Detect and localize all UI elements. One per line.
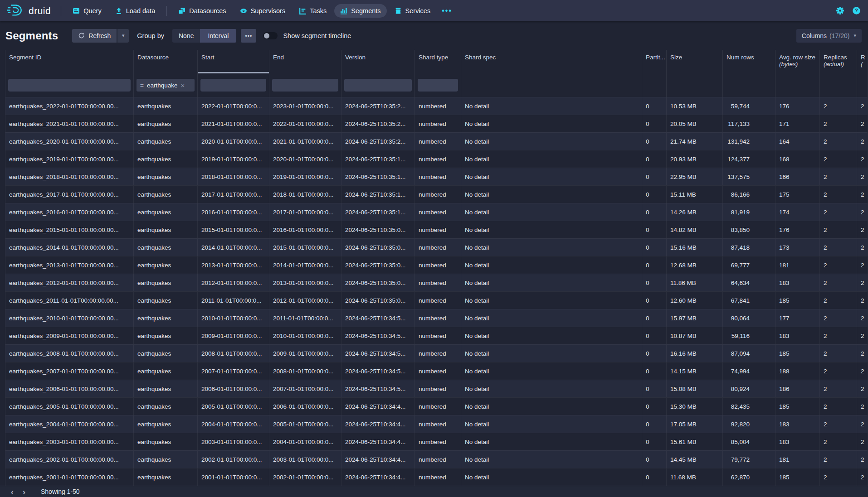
cell-start: 2012-01-01T00:00:0... — [198, 274, 269, 291]
column-label: Segment ID — [9, 54, 130, 61]
cell-start: 2007-01-01T00:00:0... — [198, 362, 269, 380]
cell-avg_row_size: 168 — [775, 150, 820, 168]
column-header-replication_factor[interactable]: R( — [857, 50, 868, 76]
group-by-none-button[interactable]: None — [172, 29, 200, 43]
cell-start: 2016-01-01T00:00:0... — [198, 203, 269, 221]
cell-version: 2024-06-25T10:34:4... — [341, 433, 415, 450]
cell-datasource: earthquakes — [134, 451, 198, 468]
filter-input-version[interactable] — [344, 79, 412, 92]
column-header-replicas[interactable]: Replicas(actual) — [820, 50, 857, 76]
cell-replication_factor: 2 — [857, 97, 868, 115]
cell-partition: 0 — [642, 274, 667, 291]
cell-start: 2022-01-01T00:00:0... — [198, 97, 269, 115]
cell-datasource: earthquakes — [134, 203, 198, 221]
column-header-datasource[interactable]: Datasource — [134, 50, 198, 76]
filter-cell-start — [198, 76, 269, 97]
nav-item-datasources[interactable]: Datasources — [172, 4, 232, 18]
druid-logo[interactable]: druid — [5, 3, 56, 19]
cell-size: 21.74 MB — [667, 133, 723, 150]
cell-segment_id: earthquakes_2006-01-01T00:00:00.00... — [5, 380, 134, 397]
cell-datasource: earthquakes — [134, 115, 198, 132]
cell-segment_id: earthquakes_2018-01-01T00:00:00.00... — [5, 168, 134, 185]
help-icon[interactable]: ? — [852, 6, 861, 15]
cell-shard_type: numbered — [415, 97, 461, 115]
cell-version: 2024-06-25T10:35:2... — [341, 133, 415, 150]
column-header-shard_spec[interactable]: Shard spec — [461, 50, 642, 76]
column-label: Partit... — [646, 54, 663, 61]
cell-segment_id: earthquakes_2014-01-01T00:00:00.00... — [5, 239, 134, 256]
nav-item-tasks[interactable]: Tasks — [293, 4, 332, 18]
cell-start: 2019-01-01T00:00:0... — [198, 150, 269, 168]
column-header-segment_id[interactable]: Segment ID — [5, 50, 134, 76]
cell-partition: 0 — [642, 203, 667, 221]
column-header-size[interactable]: Size — [667, 50, 723, 76]
cell-start: 2018-01-01T00:00:0... — [198, 168, 269, 185]
column-header-avg_row_size[interactable]: Avg. row size(bytes) — [775, 50, 820, 76]
segment-timeline-toggle[interactable] — [263, 32, 278, 39]
cell-version: 2024-06-25T10:34:5... — [341, 362, 415, 380]
view-header: Segments Refresh ▾ Group by None Interva… — [0, 21, 868, 50]
segment-timeline-label: Show segment timeline — [283, 32, 351, 39]
prev-page-button[interactable]: ‹ — [6, 487, 18, 496]
cell-shard_spec: No detail — [461, 451, 642, 468]
filter-cell-datasource: =earthquake× — [134, 76, 198, 97]
column-header-num_rows[interactable]: Num rows — [723, 50, 775, 76]
filter-cell-replication_factor — [857, 76, 868, 97]
cell-shard_type: numbered — [415, 203, 461, 221]
navbar: druid QueryLoad dataDatasourcesSuperviso… — [0, 0, 868, 21]
filter-input-segment_id[interactable] — [8, 79, 131, 92]
refresh-dropdown-button[interactable]: ▾ — [117, 29, 129, 43]
page-title: Segments — [5, 29, 58, 42]
cell-avg_row_size: 185 — [775, 398, 820, 415]
cell-replicas: 2 — [820, 468, 857, 486]
column-header-start[interactable]: Start — [198, 50, 269, 76]
cell-size: 14.15 MB — [667, 362, 723, 380]
cell-shard_type: numbered — [415, 433, 461, 450]
tasks-icon — [299, 7, 306, 14]
navbar-overflow-button[interactable]: ••• — [437, 7, 457, 15]
cell-size: 10.53 MB — [667, 97, 723, 115]
columns-button[interactable]: Columns (17/20) ▾ — [796, 29, 862, 43]
nav-item-segments[interactable]: Segments — [334, 4, 386, 18]
filter-input-start[interactable] — [200, 79, 266, 92]
pagination-footer: ‹ › Showing 1-50 — [0, 486, 868, 497]
column-label: Datasource — [137, 54, 194, 61]
column-header-shard_type[interactable]: Shard type — [415, 50, 461, 76]
nav-item-supervisors[interactable]: Supervisors — [234, 4, 292, 18]
cell-replicas: 2 — [820, 239, 857, 256]
cell-start: 2021-01-01T00:00:0... — [198, 115, 269, 132]
filter-cell-shard_type — [415, 76, 461, 97]
column-header-end[interactable]: End — [269, 50, 341, 76]
filter-input-end[interactable] — [272, 79, 338, 92]
column-header-version[interactable]: Version — [341, 50, 415, 76]
group-by-interval-button[interactable]: Interval — [200, 29, 236, 43]
cell-start: 2009-01-01T00:00:0... — [198, 327, 269, 344]
more-options-button[interactable]: ••• — [241, 29, 256, 43]
refresh-button[interactable]: Refresh — [72, 29, 117, 43]
next-page-button[interactable]: › — [18, 487, 30, 496]
column-header-partition[interactable]: Partit... — [642, 50, 667, 76]
settings-gear-icon[interactable] — [836, 6, 844, 15]
cell-avg_row_size: 183 — [775, 327, 820, 344]
datasource-filter-tag[interactable]: =earthquake× — [137, 79, 195, 92]
cell-replicas: 2 — [820, 362, 857, 380]
cell-partition: 0 — [642, 309, 667, 327]
nav-item-load-data[interactable]: Load data — [109, 4, 161, 18]
nav-item-query[interactable]: Query — [67, 4, 107, 18]
cell-replicas: 2 — [820, 327, 857, 344]
cell-avg_row_size: 185 — [775, 468, 820, 486]
filter-input-shard_type[interactable] — [418, 79, 458, 92]
cell-shard_type: numbered — [415, 274, 461, 291]
cell-datasource: earthquakes — [134, 256, 198, 274]
filter-cell-segment_id — [5, 76, 134, 97]
nav-item-label: Tasks — [310, 7, 327, 14]
cell-version: 2024-06-25T10:35:0... — [341, 292, 415, 309]
close-icon[interactable]: × — [180, 82, 185, 89]
nav-item-services[interactable]: Services — [389, 4, 437, 18]
ellipsis-icon: ••• — [245, 33, 253, 39]
cell-end: 2023-01-01T00:00:0... — [269, 97, 341, 115]
cell-replication_factor: 2 — [857, 292, 868, 309]
cell-start: 2020-01-01T00:00:0... — [198, 133, 269, 150]
cell-datasource: earthquakes — [134, 221, 198, 238]
cell-segment_id: earthquakes_2015-01-01T00:00:00.00... — [5, 221, 134, 238]
